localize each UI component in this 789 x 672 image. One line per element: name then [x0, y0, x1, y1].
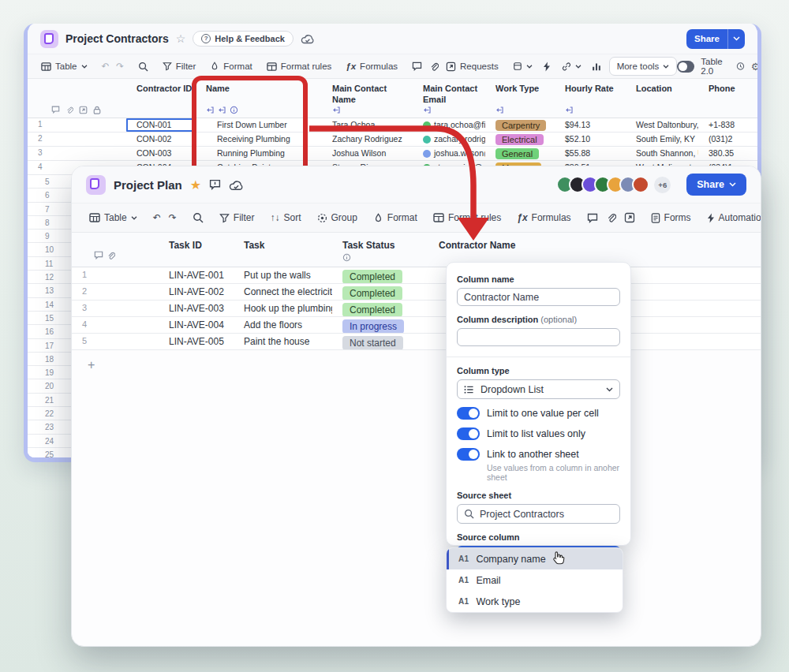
- table-view-button[interactable]: Table: [34, 62, 95, 72]
- feedback-icon[interactable]: [209, 179, 221, 190]
- format-button[interactable]: Format: [365, 212, 425, 223]
- table-row[interactable]: 3 LIN-AVE-003 Hook up the plumbing Compl…: [72, 301, 761, 317]
- filter-button[interactable]: Filter: [155, 62, 204, 71]
- cell-task[interactable]: Connect the electricity: [234, 284, 332, 300]
- column-header-task[interactable]: Task: [234, 233, 332, 267]
- dropdown-option-email[interactable]: A1 Email: [447, 569, 623, 591]
- forms-button[interactable]: Forms: [643, 212, 699, 223]
- source-sheet-input[interactable]: Project Contractors: [457, 504, 620, 524]
- sort-button[interactable]: ↑↓ Sort: [262, 212, 308, 223]
- avatar-overflow-chip[interactable]: +6: [654, 177, 671, 193]
- column-type-select[interactable]: Dropdown List: [457, 379, 620, 399]
- column-header-hourly-rate[interactable]: Hourly Rate: [555, 79, 626, 118]
- cell-task-id[interactable]: LIN-AVE-005: [159, 334, 234, 349]
- toggle-on-icon[interactable]: [457, 448, 480, 461]
- cell-email[interactable]: tara.ochoa@firs: [413, 118, 485, 132]
- column-header-task-status[interactable]: Task Status: [332, 233, 431, 267]
- link-menu-button[interactable]: [554, 62, 589, 72]
- cell-contact[interactable]: Zachary Rodriguez: [322, 133, 413, 146]
- formulas-button[interactable]: ƒx Formulas: [338, 62, 405, 71]
- cell-contact[interactable]: Joshua Wilson: [322, 147, 413, 160]
- toggle-link-another-sheet[interactable]: Link to another sheet: [457, 448, 620, 461]
- redo-button[interactable]: ↷: [169, 212, 185, 223]
- paperclip-icon[interactable]: [107, 251, 115, 260]
- group-button[interactable]: Group: [309, 212, 365, 223]
- table-row[interactable]: 1 CON-001 First Down Lumber Tara Ochoa t…: [28, 118, 757, 133]
- cell-location[interactable]: South Emily, KY: [626, 133, 698, 146]
- comments-button[interactable]: [579, 213, 606, 223]
- format-rules-button[interactable]: Format rules: [425, 212, 509, 223]
- redo-button[interactable]: ↷: [116, 61, 131, 72]
- cell-phone[interactable]: 380.35: [698, 147, 757, 160]
- filter-button[interactable]: Filter: [211, 212, 263, 223]
- table-view-button[interactable]: Table: [81, 212, 145, 223]
- table-row[interactable]: 1 LIN-AVE-001 Put up the walls Completed: [72, 267, 761, 284]
- comment-icon[interactable]: [94, 251, 103, 259]
- column-header-task-id[interactable]: Task ID: [159, 233, 234, 267]
- avatar[interactable]: [632, 176, 649, 193]
- favorite-star-icon[interactable]: ☆: [176, 32, 186, 45]
- cell-task-id[interactable]: LIN-AVE-002: [159, 284, 234, 300]
- attachments-button[interactable]: [606, 212, 624, 223]
- cell-task-id[interactable]: LIN-AVE-001: [159, 267, 234, 283]
- cell-task-id[interactable]: LIN-AVE-004: [159, 317, 234, 333]
- table-row[interactable]: 2 LIN-AVE-002 Connect the electricity Co…: [72, 284, 761, 301]
- favorite-star-icon[interactable]: ★: [190, 177, 201, 192]
- attachments-button[interactable]: [429, 62, 446, 72]
- chart-button[interactable]: [589, 62, 604, 71]
- share-button[interactable]: Share: [686, 174, 746, 196]
- add-row-button[interactable]: +: [72, 350, 761, 372]
- search-button[interactable]: [131, 62, 155, 72]
- table-row[interactable]: 5 LIN-AVE-005 Paint the house Not starte…: [72, 334, 761, 350]
- toggle-limit-list-values[interactable]: Limit to list values only: [457, 427, 620, 440]
- column-header-main-contact-email[interactable]: Main Contact Email: [413, 79, 485, 118]
- cell-task[interactable]: Put up the walls: [234, 267, 332, 283]
- toggle-on-icon[interactable]: [457, 407, 480, 420]
- cell-email[interactable]: joshua.wilson@: [413, 147, 485, 160]
- cell-status[interactable]: Completed: [332, 267, 431, 283]
- cell-rate[interactable]: $52.10: [555, 133, 626, 146]
- column-header-phone[interactable]: Phone: [698, 79, 757, 118]
- toggle-limit-one-value[interactable]: Limit to one value per cell: [457, 407, 620, 420]
- cell-status[interactable]: Not started: [332, 334, 431, 349]
- search-button[interactable]: [185, 212, 211, 223]
- history-icon[interactable]: [736, 61, 745, 72]
- automation-bolt-button[interactable]: [540, 62, 554, 72]
- format-rules-button[interactable]: Format rules: [260, 62, 339, 72]
- column-header-contractor-id[interactable]: Contractor ID: [126, 79, 196, 118]
- comments-button[interactable]: [405, 62, 429, 71]
- table-row[interactable]: 4 LIN-AVE-004 Add the floors In progress: [72, 317, 761, 334]
- cell-contractor-id[interactable]: CON-001: [126, 118, 196, 132]
- cell-status[interactable]: In progress: [332, 317, 431, 333]
- more-tools-button[interactable]: More tools: [609, 57, 678, 76]
- column-header-location[interactable]: Location: [626, 79, 698, 118]
- cell-phone[interactable]: (031)2: [698, 133, 757, 146]
- requests-button[interactable]: Requests: [446, 62, 506, 72]
- cell-work-type[interactable]: General: [485, 147, 555, 160]
- cell-email[interactable]: zachary.rodrigue: [413, 133, 485, 146]
- column-header-main-contact-name[interactable]: Main Contact Name: [322, 79, 413, 118]
- toggle-on-icon[interactable]: [457, 427, 480, 440]
- column-description-input[interactable]: [457, 328, 620, 346]
- lock-icon[interactable]: [93, 106, 101, 114]
- undo-button[interactable]: ↶: [145, 212, 169, 223]
- cell-task-id[interactable]: LIN-AVE-003: [159, 301, 234, 316]
- cell-location[interactable]: South Shannon, UT: [626, 147, 698, 160]
- dropdown-option-company-name[interactable]: A1 Company name: [447, 548, 623, 569]
- table-row[interactable]: 2 CON-002 Receiving Plumbing Zachary Rod…: [28, 133, 757, 147]
- formulas-button[interactable]: ƒx Formulas: [509, 212, 578, 223]
- cell-task[interactable]: Add the floors: [234, 317, 332, 333]
- table-row[interactable]: 3 CON-003 Running Plumbing Joshua Wilson…: [28, 147, 757, 161]
- avatar-stack[interactable]: [561, 176, 649, 193]
- cell-location[interactable]: West Daltonbury, CO: [626, 118, 698, 132]
- format-button[interactable]: Format: [203, 62, 259, 71]
- share-chevron-icon[interactable]: [727, 29, 745, 49]
- table-version-toggle[interactable]: [677, 61, 694, 73]
- undo-button[interactable]: ↶: [95, 61, 117, 72]
- cell-phone[interactable]: +1-838: [698, 118, 757, 132]
- automations-button[interactable]: Automations: [699, 212, 761, 223]
- dropdown-option-work-type[interactable]: A1 Work type: [447, 591, 623, 612]
- cell-contractor-id[interactable]: CON-002: [126, 133, 196, 146]
- open-box-icon[interactable]: [79, 106, 88, 114]
- publish-button[interactable]: [624, 212, 643, 223]
